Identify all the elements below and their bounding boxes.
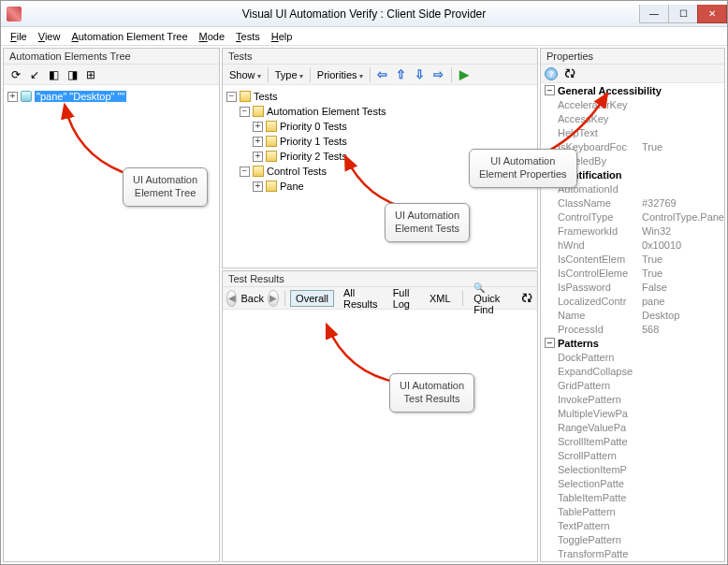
prop-row[interactable]: SelectionItemP <box>541 462 724 476</box>
folder-icon <box>266 121 277 132</box>
nav-left-icon[interactable]: ⇦ <box>374 66 391 83</box>
prop-row[interactable]: AcceleratorKey <box>541 97 724 111</box>
menu-file[interactable]: File <box>7 30 31 43</box>
help-icon[interactable]: ? <box>545 67 558 80</box>
prop-row[interactable]: FrameworkIdWin32 <box>541 224 724 238</box>
expand-icon[interactable]: + <box>253 181 263 192</box>
menu-tests[interactable]: Tests <box>232 30 264 43</box>
prop-row[interactable]: TogglePattern <box>541 532 724 546</box>
prop-row[interactable]: ClassName#32769 <box>541 196 724 210</box>
run-icon[interactable]: ▶ <box>456 66 473 83</box>
close-button[interactable]: ✕ <box>697 5 727 23</box>
prop-row[interactable]: AccessKey <box>541 111 724 125</box>
tests-header: Tests <box>223 49 537 65</box>
menu-help[interactable]: Help <box>268 30 297 43</box>
prop-row[interactable]: hWnd0x10010 <box>541 238 724 252</box>
folder-icon <box>266 136 277 147</box>
tests-aet[interactable]: −Automation Element Tests <box>226 104 533 119</box>
results-toolbar: ◀ Back ▶ Overall All Results Full Log XM… <box>223 287 537 310</box>
folder-icon <box>253 166 264 177</box>
prop-row[interactable]: IsControlElemeTrue <box>541 266 724 280</box>
app-icon <box>7 7 22 22</box>
automation-elements-tree-panel: Automation Elements Tree ⟳ ↙ ◧ ◨ ⊞ + "pa… <box>3 48 220 562</box>
callout-element-tree: UI AutomationElement Tree <box>123 167 208 207</box>
tree-tool-3[interactable]: ◧ <box>45 66 62 83</box>
tree-tool-5[interactable]: ⊞ <box>82 66 99 83</box>
test-results-panel: Test Results ◀ Back ▶ Overall All Result… <box>222 270 538 562</box>
nav-up-icon[interactable]: ⇧ <box>393 66 410 83</box>
prop-row[interactable]: InvokePattern <box>541 392 724 406</box>
prop-row[interactable]: ProcessId568 <box>541 322 724 336</box>
prop-row[interactable]: ControlTypeControlType.Pane <box>541 210 724 224</box>
show-dropdown[interactable]: Show <box>226 68 264 81</box>
expand-icon[interactable]: + <box>253 122 263 132</box>
collapse-icon[interactable]: − <box>240 107 250 117</box>
minimize-button[interactable]: — <box>639 5 669 23</box>
type-dropdown[interactable]: Type <box>272 68 306 81</box>
prop-refresh-icon[interactable]: 🗘 <box>561 65 578 82</box>
prop-row[interactable]: NameDesktop <box>541 308 724 322</box>
tree-toolbar: ⟳ ↙ ◧ ◨ ⊞ <box>4 65 219 85</box>
prop-row[interactable]: GridPattern <box>541 378 724 392</box>
folder-icon <box>266 181 277 192</box>
prop-row[interactable]: ScrollItemPatte <box>541 434 724 448</box>
tree-root-label: "pane" "Desktop" "" <box>35 91 126 102</box>
titlebar: Visual UI Automation Verify : Client Sid… <box>1 1 727 27</box>
properties-panel: Properties ? 🗘 −General AccessibilityAcc… <box>540 48 725 562</box>
tests-p0[interactable]: +Priority 0 Tests <box>226 119 533 134</box>
tree-tool-1[interactable]: ⟳ <box>7 66 24 83</box>
prop-row[interactable]: IsContentElemTrue <box>541 252 724 266</box>
prop-row[interactable]: DockPattern <box>541 350 724 364</box>
menu-view[interactable]: View <box>35 30 65 43</box>
prop-row[interactable]: RangeValuePa <box>541 420 724 434</box>
pane-icon <box>21 91 32 102</box>
expand-icon[interactable]: + <box>253 137 263 147</box>
results-refresh-icon[interactable]: 🗘 <box>520 290 533 307</box>
prop-row[interactable]: MultipleViewPa <box>541 406 724 420</box>
tree-root-node[interactable]: + "pane" "Desktop" "" <box>7 89 215 104</box>
prop-group[interactable]: −Patterns <box>541 336 724 350</box>
folder-icon <box>253 106 264 117</box>
tree-tool-2[interactable]: ↙ <box>26 66 43 83</box>
folder-icon <box>240 91 251 102</box>
nav-down-icon[interactable]: ⇩ <box>412 66 429 83</box>
overall-tab[interactable]: Overall <box>290 290 334 307</box>
priorities-dropdown[interactable]: Priorities <box>314 68 366 81</box>
results-body <box>223 310 537 561</box>
prop-row[interactable]: TransformPatte <box>541 546 724 560</box>
collapse-icon[interactable]: − <box>226 92 237 102</box>
prop-row[interactable]: ScrollPattern <box>541 448 724 462</box>
prop-row[interactable]: IsPasswordFalse <box>541 280 724 294</box>
collapse-icon[interactable]: − <box>240 167 250 177</box>
forward-button[interactable]: ▶ <box>268 290 279 307</box>
full-log-tab[interactable]: Full Log <box>387 284 420 312</box>
maximize-button[interactable]: ☐ <box>668 5 698 23</box>
tests-p1[interactable]: +Priority 1 Tests <box>226 134 533 149</box>
prop-row[interactable]: TablePattern <box>541 504 724 518</box>
expand-icon[interactable]: + <box>253 152 263 162</box>
prop-row[interactable]: TableItemPatte <box>541 490 724 504</box>
menu-automation-element-tree[interactable]: Automation Element Tree <box>67 30 191 43</box>
tests-root[interactable]: −Tests <box>226 89 533 104</box>
prop-row[interactable]: LocalizedContrpane <box>541 294 724 308</box>
callout-element-tests: UI AutomationElement Tests <box>385 203 470 242</box>
properties-header: Properties <box>541 49 724 65</box>
expand-icon[interactable]: + <box>7 92 18 102</box>
nav-right-icon[interactable]: ⇨ <box>430 66 447 83</box>
menu-mode[interactable]: Mode <box>196 30 229 43</box>
tree-tool-4[interactable]: ◨ <box>64 66 80 83</box>
back-button[interactable]: ◀ <box>226 290 238 307</box>
back-label: Back <box>240 293 263 304</box>
prop-row[interactable]: TextPattern <box>541 518 724 532</box>
prop-group[interactable]: −General Accessibility <box>541 83 724 97</box>
all-results-tab[interactable]: All Results <box>338 284 384 312</box>
xml-tab[interactable]: XML <box>424 290 457 307</box>
menubar: File View Automation Element Tree Mode T… <box>1 27 727 46</box>
prop-row[interactable]: ValuePattern <box>541 560 724 561</box>
callout-test-results: UI AutomationTest Results <box>389 373 474 413</box>
prop-row[interactable]: ExpandCollapse <box>541 364 724 378</box>
prop-row[interactable]: SelectionPatte <box>541 476 724 490</box>
prop-row[interactable]: HelpText <box>541 125 724 139</box>
callout-element-properties: UI AutomationElement Properties <box>469 149 577 188</box>
folder-icon <box>266 151 277 162</box>
